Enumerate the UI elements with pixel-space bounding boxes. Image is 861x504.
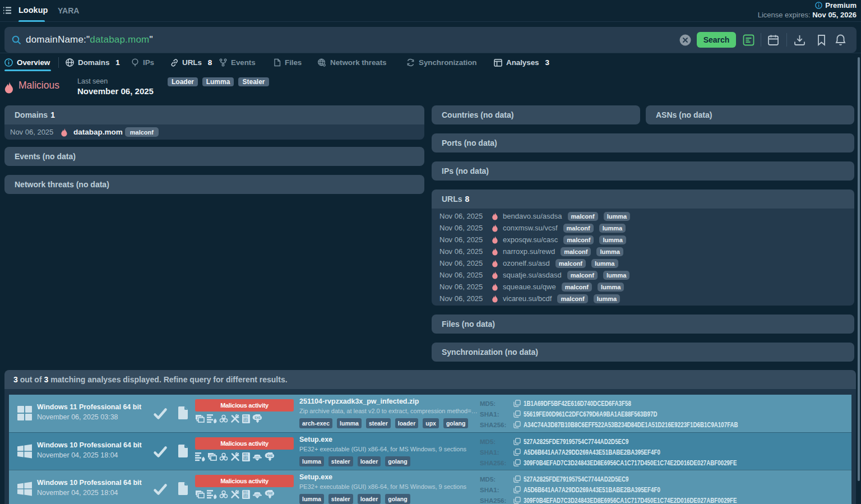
svg-text:010: 010 [243,496,248,498]
svg-text:010: 010 [243,420,248,423]
svg-text:EXE: EXE [267,492,273,495]
svg-text:EXE: EXE [267,454,273,457]
svg-text:010: 010 [243,458,248,461]
svg-text:EXE: EXE [254,416,261,419]
